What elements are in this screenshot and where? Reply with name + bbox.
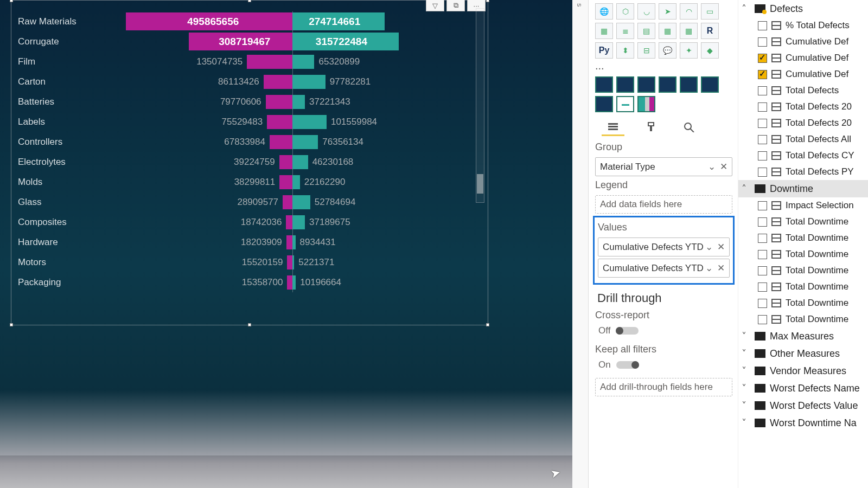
chevron-up-icon[interactable]: ˄: [742, 3, 750, 15]
field-checkbox[interactable]: [758, 266, 767, 275]
table-node-worst-defects-value[interactable]: ˅Worst Defects Value: [738, 397, 868, 414]
field-item[interactable]: Cumulative Def: [738, 34, 868, 50]
field-checkbox[interactable]: [758, 54, 767, 63]
field-checkbox[interactable]: [758, 37, 767, 47]
table-node-vendor-measures[interactable]: ˅Vendor Measures: [738, 362, 868, 380]
bar-left[interactable]: [279, 175, 292, 189]
bar-left[interactable]: [266, 95, 292, 109]
viz-type-kpi[interactable]: ⬍: [616, 42, 634, 59]
analytics-tab[interactable]: [678, 118, 700, 136]
bar-left[interactable]: [286, 235, 292, 249]
bar-right[interactable]: [292, 255, 294, 269]
field-checkbox[interactable]: [758, 201, 767, 210]
field-checkbox[interactable]: [758, 299, 767, 308]
remove-field-icon[interactable]: ✕: [720, 161, 727, 172]
chevron-down-icon[interactable]: ˅: [742, 330, 750, 342]
viz-type-chat[interactable]: 💬: [659, 42, 676, 59]
field-item[interactable]: Total Downtime: [738, 214, 868, 230]
custom-visual-c5[interactable]: [680, 76, 698, 93]
bar-left[interactable]: [270, 135, 292, 149]
custom-visual-c1[interactable]: [595, 76, 613, 93]
viz-type-arrow[interactable]: ➤: [659, 3, 676, 20]
viz-type-tree[interactable]: ⊟: [637, 42, 655, 59]
bar-left[interactable]: [283, 195, 292, 209]
cross-report-toggle[interactable]: [616, 327, 639, 335]
bar-left[interactable]: [287, 275, 292, 290]
table-node-defects[interactable]: ˄Defects: [738, 0, 868, 17]
chevron-down-icon[interactable]: ⌄: [708, 161, 716, 172]
field-checkbox[interactable]: [758, 168, 767, 177]
table-node-other-measures[interactable]: ˅Other Measures: [738, 345, 868, 362]
field-checkbox[interactable]: [758, 315, 767, 324]
visual-filter-button[interactable]: ▽: [426, 0, 444, 11]
viz-type-R[interactable]: R: [701, 23, 719, 39]
field-item[interactable]: Cumulative Def: [738, 66, 868, 82]
tornado-chart-visual[interactable]: ▽ ⧉ ··· Raw Materials495865656274714661C…: [11, 0, 488, 325]
custom-visual-c4[interactable]: [659, 76, 676, 93]
bar-right[interactable]: [292, 275, 296, 290]
format-tab[interactable]: [640, 118, 662, 136]
field-item[interactable]: Total Defects All: [738, 131, 868, 147]
values-field-pill[interactable]: Cumulative Defects YTD⌄✕: [598, 237, 730, 256]
field-item[interactable]: Total Downtime: [738, 230, 868, 246]
viz-type-matrix2[interactable]: ▦: [680, 23, 698, 39]
field-checkbox[interactable]: [758, 135, 767, 144]
chevron-down-icon[interactable]: ⌄: [705, 262, 713, 274]
table-node-worst-downtime-na[interactable]: ˅Worst Downtime Na: [738, 414, 868, 432]
remove-field-icon[interactable]: ✕: [717, 241, 725, 253]
field-item[interactable]: Total Defects 20: [738, 99, 868, 115]
field-item[interactable]: Total Defects 20: [738, 115, 868, 131]
field-checkbox[interactable]: [758, 21, 767, 30]
values-field-pill[interactable]: Cumulative Defects YTD⌄✕: [598, 259, 730, 278]
viz-type-gauge[interactable]: ◠: [680, 3, 698, 20]
chevron-down-icon[interactable]: ˅: [742, 417, 750, 429]
viz-type-arc[interactable]: ◡: [637, 3, 655, 20]
viz-type-globe[interactable]: 🌐: [595, 3, 613, 20]
viz-type-Py[interactable]: Py: [595, 42, 613, 59]
bar-right[interactable]: [292, 75, 326, 89]
field-item[interactable]: % Total Defects: [738, 17, 868, 34]
chevron-up-icon[interactable]: ˄: [742, 183, 750, 195]
custom-visual-c6[interactable]: [701, 76, 719, 93]
drill-through-drop-zone[interactable]: Add drill-through fields here: [595, 378, 732, 396]
custom-visual-c8[interactable]: [616, 96, 634, 112]
bar-left[interactable]: [267, 115, 292, 129]
visual-focus-button[interactable]: ⧉: [446, 0, 465, 11]
bar-right[interactable]: [292, 55, 314, 69]
field-checkbox[interactable]: [758, 234, 767, 243]
viz-type-rows[interactable]: ≣: [616, 23, 634, 39]
bar-left[interactable]: [279, 155, 292, 169]
custom-visual-c2[interactable]: [616, 76, 634, 93]
bar-right[interactable]: [292, 175, 300, 189]
field-checkbox[interactable]: [758, 86, 767, 95]
field-item[interactable]: Total Downtime: [738, 262, 868, 279]
viz-type-ai[interactable]: ✦: [680, 42, 698, 59]
bar-right[interactable]: [292, 115, 327, 129]
viz-type-table[interactable]: ▦: [595, 23, 613, 39]
viz-type-shield[interactable]: ⬡: [616, 3, 634, 20]
field-item[interactable]: Total Downtime: [738, 246, 868, 262]
custom-visual-c9[interactable]: [637, 96, 655, 112]
bar-left[interactable]: [287, 255, 292, 269]
bar-right[interactable]: [292, 235, 296, 249]
bar-left[interactable]: [286, 215, 292, 229]
bar-right[interactable]: [292, 215, 305, 229]
viz-type-card[interactable]: ▭: [701, 3, 719, 20]
field-item[interactable]: Total Downtime: [738, 295, 868, 311]
table-node-max-measures[interactable]: ˅Max Measures: [738, 328, 868, 345]
field-item[interactable]: Impact Selection: [738, 197, 868, 214]
viz-type-grid[interactable]: ▤: [637, 23, 655, 39]
field-checkbox[interactable]: [758, 151, 767, 160]
field-item[interactable]: Total Downtime: [738, 279, 868, 295]
viz-type-matrix[interactable]: ▦: [659, 23, 676, 39]
chevron-down-icon[interactable]: ˅: [742, 365, 750, 377]
report-canvas[interactable]: ▽ ⧉ ··· Raw Materials495865656274714661C…: [0, 0, 572, 488]
chevron-down-icon[interactable]: ˅: [742, 382, 750, 394]
bar-left[interactable]: [247, 55, 292, 69]
keep-filters-toggle[interactable]: [616, 361, 639, 369]
bar-right[interactable]: [292, 195, 310, 209]
bar-right[interactable]: [292, 95, 305, 109]
field-checkbox[interactable]: [758, 217, 767, 227]
field-item[interactable]: Total Defects: [738, 82, 868, 99]
field-item[interactable]: Cumulative Def: [738, 50, 868, 66]
